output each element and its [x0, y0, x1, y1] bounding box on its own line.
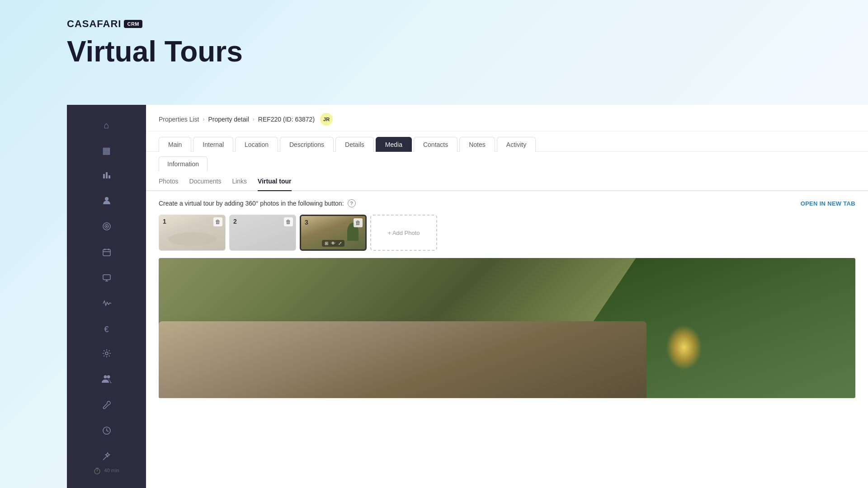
svg-point-6 — [106, 226, 107, 227]
target-icon — [102, 222, 111, 233]
content-area: Properties List › Property detail › REF2… — [146, 105, 868, 488]
tab-media[interactable]: Media — [376, 137, 412, 152]
add-photo-label: + Add Photo — [387, 230, 420, 236]
sub-tab-links[interactable]: Links — [232, 178, 247, 191]
vt-lamp-decoration — [666, 325, 702, 370]
photo-num-2: 2 — [233, 218, 237, 225]
main-tab-bar: Main Internal Location Descriptions Deta… — [146, 131, 868, 152]
breadcrumb: Properties List › Property detail › REF2… — [146, 105, 868, 131]
sidebar-item-chart[interactable] — [67, 164, 146, 188]
sidebar-item-clock[interactable] — [67, 420, 146, 444]
sub-tab-bar: Photos Documents Links Virtual tour — [146, 171, 868, 191]
svg-rect-1 — [106, 172, 108, 178]
open-new-tab-link[interactable]: OPEN IN NEW TAB — [801, 200, 855, 207]
vt-instruction: Create a virtual tour by adding 360° pho… — [159, 199, 356, 207]
photo-thumb-3[interactable]: 3 🗑 ⊞ 👁 ⤢ — [300, 215, 367, 251]
grid-icon: ▦ — [102, 145, 111, 156]
sidebar-item-home[interactable]: ⌂ — [67, 114, 146, 137]
thumb-ctrl-move[interactable]: ⊞ — [325, 241, 328, 246]
vt-instruction-row: Create a virtual tour by adding 360° pho… — [159, 199, 855, 207]
virtual-tour-content: Create a virtual tour by adding 360° pho… — [146, 199, 868, 488]
tab-activity[interactable]: Activity — [497, 137, 536, 152]
avatar: JR — [320, 113, 333, 126]
wand-icon — [102, 452, 111, 463]
tab-main[interactable]: Main — [159, 137, 191, 152]
tab-bar-row2: Information — [146, 153, 868, 171]
breadcrumb-properties-list[interactable]: Properties List — [159, 116, 199, 123]
timer-label: 40 min — [67, 467, 146, 474]
settings-icon — [102, 349, 111, 360]
logo-text: CASAFARI — [67, 18, 121, 30]
svg-rect-7 — [103, 249, 110, 256]
sub-tab-photos[interactable]: Photos — [159, 178, 179, 191]
tools-icon — [102, 400, 111, 412]
home-icon: ⌂ — [104, 120, 109, 131]
breadcrumb-sep-1: › — [203, 116, 204, 122]
team-icon — [102, 375, 112, 386]
chart-icon — [102, 170, 111, 182]
svg-point-15 — [104, 375, 107, 379]
tab-details[interactable]: Details — [335, 137, 374, 152]
person-icon — [102, 196, 111, 207]
thumb-ctrl-eye[interactable]: 👁 — [331, 241, 335, 246]
activity-icon — [102, 299, 111, 310]
photo-delete-3[interactable]: 🗑 — [354, 218, 363, 227]
photo-thumb-2[interactable]: 2 🗑 — [229, 215, 296, 251]
sidebar-item-euro[interactable]: € — [67, 319, 146, 341]
clock-icon — [102, 426, 111, 437]
crm-badge: CRM — [124, 20, 142, 28]
logo-area: CASAFARI CRM — [67, 18, 243, 30]
svg-point-3 — [105, 197, 108, 201]
sub-tab-documents[interactable]: Documents — [189, 178, 222, 191]
photo-num-3: 3 — [305, 219, 308, 226]
vt-main-image[interactable] — [159, 258, 855, 398]
euro-icon: € — [104, 325, 108, 334]
tab-notes[interactable]: Notes — [459, 137, 495, 152]
vt-couch-decoration — [159, 321, 646, 399]
breadcrumb-property-detail: Property detail — [208, 116, 249, 123]
sidebar-item-person[interactable] — [67, 190, 146, 214]
sidebar-item-team[interactable] — [67, 368, 146, 392]
sub-tab-virtual-tour[interactable]: Virtual tour — [258, 178, 291, 191]
sidebar-item-activity[interactable] — [67, 293, 146, 317]
vt-instruction-text: Create a virtual tour by adding 360° pho… — [159, 200, 344, 207]
sidebar-item-tools[interactable] — [67, 394, 146, 418]
add-photo-button[interactable]: + Add Photo — [370, 215, 437, 251]
svg-rect-2 — [108, 175, 110, 178]
tab-internal[interactable]: Internal — [193, 137, 233, 152]
photo-grid: 1 🗑 2 🗑 3 🗑 ⊞ 👁 ⤢ — [159, 215, 855, 251]
svg-rect-0 — [103, 174, 105, 178]
tab-location[interactable]: Location — [235, 137, 278, 152]
photo-thumb-1[interactable]: 1 🗑 — [159, 215, 226, 251]
sidebar-item-settings[interactable] — [67, 343, 146, 366]
tab-contacts[interactable]: Contacts — [414, 137, 458, 152]
sidebar-item-target[interactable] — [67, 216, 146, 239]
svg-rect-11 — [103, 275, 110, 280]
svg-point-16 — [107, 375, 110, 379]
breadcrumb-ref: REF220 (ID: 63872) — [258, 116, 315, 123]
photo-delete-2[interactable]: 🗑 — [284, 217, 293, 226]
help-icon[interactable]: ? — [348, 199, 356, 207]
header-area: CASAFARI CRM Virtual Tours — [67, 18, 243, 66]
thumb-ctrl-zoom[interactable]: ⤢ — [338, 241, 342, 246]
sidebar-item-display[interactable] — [67, 267, 146, 291]
sidebar-item-wand[interactable] — [67, 446, 146, 469]
main-panel: ⌂ ▦ — [67, 105, 868, 488]
sidebar: ⌂ ▦ — [67, 105, 146, 488]
sidebar-item-grid[interactable]: ▦ — [67, 139, 146, 162]
display-icon — [102, 273, 111, 285]
photo-num-1: 1 — [163, 218, 166, 225]
tab-information[interactable]: Information — [159, 156, 208, 171]
calendar-icon — [102, 248, 111, 259]
page-title: Virtual Tours — [67, 37, 243, 66]
breadcrumb-sep-2: › — [253, 116, 255, 122]
svg-point-14 — [105, 352, 108, 355]
tab-descriptions[interactable]: Descriptions — [280, 137, 334, 152]
photo-delete-1[interactable]: 🗑 — [213, 217, 222, 226]
sidebar-item-calendar[interactable] — [67, 241, 146, 265]
